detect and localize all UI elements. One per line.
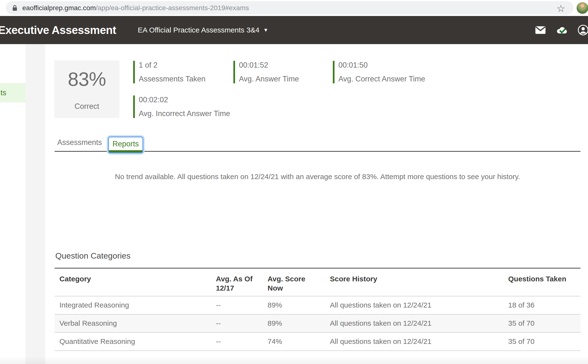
column-header-score-history: Score History — [330, 268, 508, 296]
profile-avatar[interactable] — [577, 2, 588, 14]
cloud-sync-check-icon — [555, 24, 568, 36]
stat-label: Avg. Answer Time — [239, 75, 299, 83]
lock-icon-svg — [11, 4, 18, 12]
cell-avg-score-now: 89% — [268, 314, 330, 332]
url-text: eaofficialprep.gmac.com/app/ea-official-… — [22, 1, 249, 15]
cell-score-history: All questions taken on 12/24/21 — [330, 332, 508, 351]
app-title[interactable]: Executive Assessment — [0, 16, 116, 44]
url-bar[interactable]: eaofficialprep.gmac.com/app/ea-official-… — [6, 1, 573, 15]
table-row: Quantitative Reasoning -- 74% All questi… — [55, 332, 580, 351]
column-header-category: Category — [55, 268, 216, 296]
url-path: /app/ea-official-practice-assessments-20… — [96, 4, 249, 12]
tab-reports[interactable]: Reports — [108, 136, 143, 153]
app-header: Executive Assessment EA Official Practic… — [0, 16, 588, 44]
url-domain: eaofficialprep.gmac.com — [22, 4, 96, 12]
lock-icon[interactable] — [11, 4, 18, 12]
account-icon — [578, 24, 588, 36]
cell-avg-as-of: -- — [216, 314, 268, 332]
stat-value: 1 of 2 — [139, 61, 205, 70]
stat-value: 00:02:02 — [139, 95, 230, 104]
stat-label: Avg. Correct Answer Time — [338, 75, 425, 83]
stat-label: Avg. Incorrect Answer Time — [139, 109, 230, 118]
cell-questions-taken: 18 of 36 — [508, 296, 580, 314]
table-row: Verbal Reasoning -- 89% All questions ta… — [55, 314, 580, 332]
cell-avg-score-now: 74% — [268, 332, 330, 351]
stat-avg-correct-answer-time: 00:01:50 Avg. Correct Answer Time — [333, 61, 425, 83]
account-button[interactable] — [576, 16, 588, 44]
bookmark-star-icon[interactable]: ☆ — [556, 2, 565, 15]
cell-category: Verbal Reasoning — [55, 314, 216, 332]
assessment-selector-dropdown[interactable]: EA Official Practice Assessments 3&4 ▼ — [138, 16, 268, 44]
sync-status-button[interactable] — [555, 16, 569, 44]
left-sidebar: ts — [0, 44, 25, 364]
stat-label: Assessments Taken — [139, 75, 205, 83]
mail-button[interactable] — [534, 16, 547, 44]
overall-score-label: Correct — [74, 102, 99, 111]
cell-category: Quantitative Reasoning — [55, 332, 216, 351]
stat-avg-answer-time: 00:01:52 Avg. Answer Time — [233, 61, 299, 83]
cell-avg-as-of: -- — [216, 296, 268, 314]
question-categories-table: Category Avg. As Of 12/17 Avg. Score Now… — [55, 268, 580, 351]
stat-assessments-taken: 1 of 2 Assessments Taken — [133, 61, 205, 83]
page-gutter — [25, 44, 45, 364]
cell-questions-taken: 35 of 70 — [508, 314, 580, 332]
cell-category: Integrated Reasoning — [55, 296, 216, 314]
no-trend-message: No trend available. All questions taken … — [55, 173, 580, 181]
cell-questions-taken: 35 of 70 — [508, 332, 580, 351]
question-categories-title: Question Categories — [55, 251, 131, 261]
overall-score-value: 83% — [68, 68, 106, 90]
browser-toolbar: eaofficialprep.gmac.com/app/ea-official-… — [0, 0, 588, 16]
stat-avg-incorrect-answer-time: 00:02:02 Avg. Incorrect Answer Time — [133, 95, 230, 118]
cell-score-history: All questions taken on 12/24/21 — [330, 296, 508, 314]
column-header-avg-as-of: Avg. As Of 12/17 — [216, 268, 268, 296]
cell-score-history: All questions taken on 12/24/21 — [330, 314, 508, 332]
stat-value: 00:01:52 — [239, 61, 299, 70]
table-row: Integrated Reasoning -- 89% All question… — [55, 296, 580, 314]
assessment-selector-label: EA Official Practice Assessments 3&4 — [138, 26, 259, 34]
cell-avg-score-now: 89% — [268, 296, 330, 314]
column-header-questions-taken: Questions Taken — [508, 268, 580, 296]
sidebar-item-partial[interactable]: ts — [0, 83, 25, 103]
stat-value: 00:01:50 — [338, 61, 425, 70]
table-header-row: Category Avg. As Of 12/17 Avg. Score Now… — [55, 268, 580, 296]
column-header-avg-score-now: Avg. Score Now — [268, 268, 330, 296]
chevron-down-icon: ▼ — [263, 27, 268, 33]
tab-assessments[interactable]: Assessments — [57, 138, 102, 147]
overall-score-card: 83% Correct — [54, 60, 119, 118]
mail-icon — [534, 24, 547, 36]
cell-avg-as-of: -- — [216, 332, 268, 351]
